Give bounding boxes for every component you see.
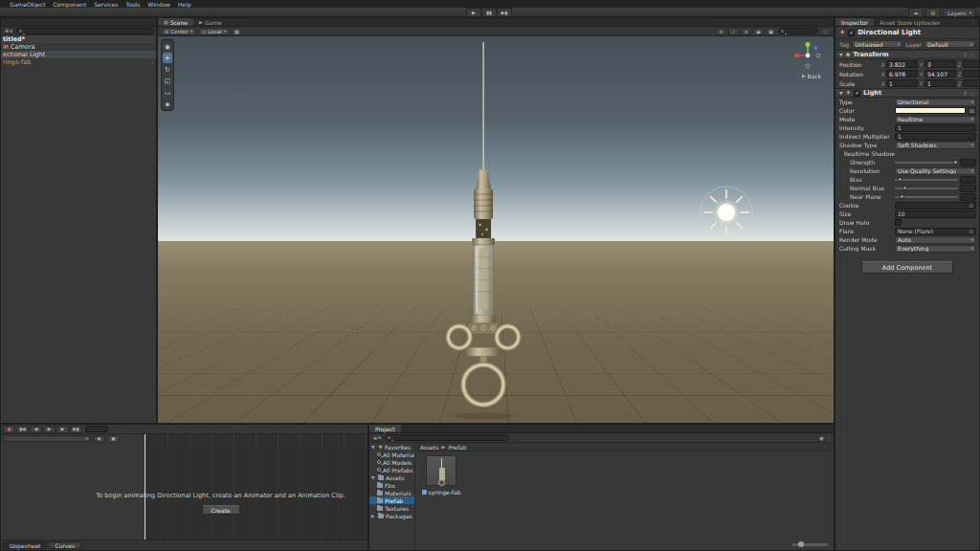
scale-y-field[interactable]: 1 xyxy=(924,79,956,87)
menu-component[interactable]: Component xyxy=(53,1,86,8)
zoom-slider-knob[interactable] xyxy=(798,541,804,547)
light-component-header[interactable]: ▼ ☀ ✓ Light ? ⋮ xyxy=(835,88,979,98)
menu-window[interactable]: Window xyxy=(147,1,170,8)
layer-dropdown[interactable]: Default ▾ xyxy=(924,40,975,48)
enabled-checkbox[interactable]: ✓ xyxy=(848,30,855,36)
breadcrumb-assets[interactable]: Assets xyxy=(420,444,439,451)
go-to-end-button[interactable]: ▶▮ xyxy=(70,426,82,433)
layers-dropdown[interactable]: Layers ▾ xyxy=(943,8,976,17)
near-plane-value-field[interactable] xyxy=(960,193,976,201)
light-type-dropdown[interactable]: Directional ▾ xyxy=(895,99,976,106)
asset-thumbnail[interactable] xyxy=(426,455,457,486)
previous-key-button[interactable]: ◀ xyxy=(30,426,42,433)
pivot-mode-dropdown[interactable]: ⊞ Center ▾ xyxy=(161,28,196,35)
asset-grid[interactable]: syringe-fab xyxy=(416,452,834,550)
strength-slider[interactable] xyxy=(895,162,958,164)
scene-menu-icon[interactable]: ⋮ xyxy=(820,28,831,35)
help-icon[interactable]: ? xyxy=(964,90,967,97)
tree-all-models[interactable]: All Models xyxy=(369,458,414,466)
bias-value-field[interactable] xyxy=(960,176,976,184)
view-orientation-label[interactable]: ▶ Back xyxy=(802,73,821,79)
foldout-icon[interactable]: ▼ xyxy=(839,91,842,96)
component-menu-icon[interactable]: ⋮ xyxy=(969,52,975,58)
render-mode-dropdown[interactable]: Auto ▾ xyxy=(895,236,976,244)
add-event-button[interactable]: ▣ xyxy=(107,435,120,443)
pause-button[interactable]: ▮▮ xyxy=(481,8,497,17)
hierarchy-item-scene[interactable]: titled* xyxy=(1,35,156,43)
scale-x-field[interactable]: 1 xyxy=(886,79,918,87)
go-to-start-button[interactable]: ▮◀ xyxy=(16,426,29,433)
move-tool-button[interactable]: + xyxy=(163,53,172,63)
strength-value-field[interactable] xyxy=(960,159,976,166)
cookie-size-field[interactable]: 10 xyxy=(895,210,976,218)
scale-z-field[interactable] xyxy=(963,79,979,87)
hierarchy-item-main-camera[interactable]: in Camera xyxy=(1,43,156,51)
foldout-icon[interactable]: ▼ xyxy=(371,475,376,480)
hierarchy-item-directional-light[interactable]: ectional Light xyxy=(1,51,156,58)
rotation-x-field[interactable]: 6.978 xyxy=(886,70,918,77)
bias-slider[interactable] xyxy=(895,179,958,181)
tree-all-prefabs[interactable]: All Prefabs xyxy=(369,466,414,474)
tree-folder-prefab[interactable]: Prefab xyxy=(369,496,414,504)
project-create-button[interactable]: +▾ xyxy=(371,434,383,441)
resolution-dropdown[interactable]: Use Quality Settings ▾ xyxy=(895,167,976,175)
breadcrumb-prefab[interactable]: Prefab xyxy=(448,444,466,451)
tree-folder-textures[interactable]: Textures xyxy=(369,504,414,512)
rect-tool-button[interactable]: ▭ xyxy=(163,87,172,98)
next-key-button[interactable]: ▶ xyxy=(56,426,69,433)
draw-halo-checkbox[interactable] xyxy=(895,219,902,226)
create-animation-button[interactable]: Create xyxy=(202,505,240,515)
menu-help[interactable]: Help xyxy=(178,1,191,8)
hierarchy-item-syringe-prefab[interactable]: ringe-fab › xyxy=(1,58,156,66)
prefab-open-arrow-icon[interactable]: › xyxy=(152,59,156,66)
tab-curves[interactable]: Curves xyxy=(48,541,81,549)
account-menu-icon[interactable]: ▤ xyxy=(925,8,941,17)
clip-selector-dropdown[interactable]: ▾ xyxy=(3,435,91,442)
scene-viewport[interactable]: ▶ Back ◉ + ↻ ◱ ▭ ◈ xyxy=(158,36,834,423)
lighting-toggle[interactable]: ☀ xyxy=(716,28,726,35)
hidden-packages-icon[interactable]: ◉ xyxy=(819,434,824,441)
thumbnail-zoom-slider[interactable] xyxy=(791,543,828,546)
directional-light-gizmo[interactable] xyxy=(692,178,761,247)
rotate-tool-button[interactable]: ↻ xyxy=(163,64,172,75)
foldout-icon[interactable]: ▼ xyxy=(839,53,842,57)
flare-object-field[interactable]: None (Flare) ⊙ xyxy=(895,228,976,235)
object-picker-icon[interactable]: ⊙ xyxy=(969,229,973,234)
menu-tools[interactable]: Tools xyxy=(126,1,141,8)
near-plane-slider[interactable] xyxy=(895,196,958,198)
scene-search-input[interactable] xyxy=(778,28,818,34)
create-button[interactable]: +▾ xyxy=(3,28,14,34)
tree-folder-fbx[interactable]: Fbx xyxy=(369,481,414,489)
component-menu-icon[interactable]: ⋮ xyxy=(969,90,975,97)
tree-all-materials[interactable]: All Materials xyxy=(369,451,414,458)
intensity-field[interactable]: 1 xyxy=(895,124,976,132)
grid-snap-toggle[interactable]: ▦ xyxy=(232,28,242,35)
play-button[interactable]: ▶ xyxy=(466,8,481,17)
tree-packages[interactable]: ▶ Packages xyxy=(369,512,414,519)
tree-assets[interactable]: ▼ Assets xyxy=(369,474,414,481)
cloud-icon[interactable]: ☁ xyxy=(908,8,924,17)
shadow-type-dropdown[interactable]: Soft Shadows ▾ xyxy=(895,142,976,149)
project-menu-icon[interactable]: ⋮ xyxy=(826,434,832,441)
color-swatch[interactable] xyxy=(895,107,966,114)
transform-tool-button[interactable]: ◈ xyxy=(163,99,172,109)
play-animation-button[interactable]: ▶ xyxy=(43,426,56,433)
normal-bias-value-field[interactable] xyxy=(960,185,976,192)
tab-project[interactable]: Project xyxy=(369,425,401,432)
light-mode-dropdown[interactable]: Realtime ▾ xyxy=(895,116,976,123)
transform-component-header[interactable]: ▼ ◈ Transform ? ⋮ xyxy=(835,50,979,59)
position-y-field[interactable]: 3 xyxy=(924,60,956,68)
audio-toggle[interactable]: ♪ xyxy=(728,28,739,35)
timeline-playhead[interactable] xyxy=(145,425,145,540)
menu-services[interactable]: Services xyxy=(94,1,118,8)
slider-knob[interactable] xyxy=(902,186,907,190)
normal-bias-slider[interactable] xyxy=(895,187,958,189)
frame-number-field[interactable] xyxy=(85,426,108,432)
tab-game[interactable]: ▶ Game xyxy=(193,18,228,26)
slider-knob[interactable] xyxy=(953,160,958,165)
record-button[interactable]: ● xyxy=(3,426,15,433)
scale-tool-button[interactable]: ◱ xyxy=(163,76,172,86)
tag-dropdown[interactable]: Untagged ▾ xyxy=(852,40,902,48)
project-search-input[interactable] xyxy=(385,434,509,441)
help-icon[interactable]: ? xyxy=(964,52,967,58)
